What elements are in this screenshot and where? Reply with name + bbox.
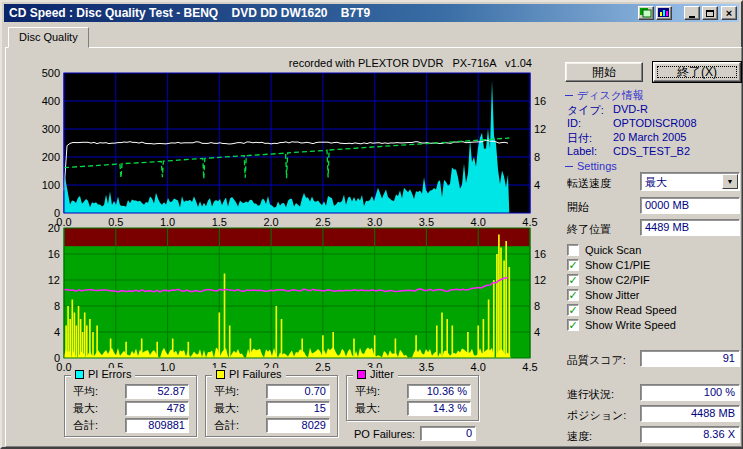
max-label: 最大: (214, 401, 239, 416)
checkbox-label: Show Write Speed (585, 319, 676, 331)
window-title: CD Speed : Disc Quality Test - BENQ DVD … (9, 6, 638, 20)
maximize-button[interactable] (702, 6, 718, 20)
tick-label: 2.5 (315, 361, 330, 373)
settings-header: Settings (565, 160, 617, 172)
tick-label: 12 (534, 123, 546, 135)
tick-label: 1.0 (160, 361, 175, 373)
pi-errors-chart: 50040030020010001612840.00.51.01.52.02.5… (20, 58, 550, 230)
jitter-title: Jitter (370, 368, 394, 380)
checkbox-show-read-speed[interactable]: ✓Show Read Speed (567, 304, 677, 316)
checkbox-box[interactable]: ✓ (567, 289, 579, 301)
app-window: CD Speed : Disc Quality Test - BENQ DVD … (0, 0, 743, 449)
quality-score-label: 品質スコア: (567, 353, 626, 368)
checkbox-label: Show Read Speed (585, 304, 677, 316)
avg-label: 平均: (73, 384, 98, 399)
speed-label: 速度: (567, 429, 592, 444)
disc-id-label: ID: (567, 117, 581, 129)
save-graph-button[interactable] (656, 6, 672, 20)
tick-label: 12 (534, 274, 546, 286)
chart-icon (658, 8, 670, 18)
avg-value: 52.87 (125, 384, 189, 399)
jitter-legend: Jitter (353, 368, 398, 380)
pi-failures-jitter-chart: 2016128401612840.00.51.01.52.02.53.03.54… (20, 221, 550, 376)
checkbox-box[interactable]: ✓ (567, 304, 579, 316)
dropdown-button[interactable]: ▼ (722, 174, 738, 189)
checkbox-label: Show Jitter (585, 289, 639, 301)
tick-label: 20 (48, 222, 60, 234)
checkbox-list: Quick Scan✓Show C1/PIE✓Show C2/PIF✓Show … (567, 244, 677, 331)
jitter-swatch (357, 370, 366, 379)
exit-button[interactable]: 終了(X) (653, 62, 741, 82)
avg-value: 0.70 (266, 384, 330, 399)
disc-type-value: DVD-R (613, 103, 648, 115)
avg-label: 平均: (355, 384, 380, 399)
close-button[interactable]: × (721, 6, 737, 20)
pi-failures-statbox: PI Failures 平均:0.70 最大:15 合計:8029 (205, 375, 338, 437)
checkbox-box[interactable] (567, 244, 579, 256)
tick-label: 400 (42, 95, 60, 107)
total-value: 8029 (266, 418, 330, 433)
tick-label: 4 (534, 179, 540, 191)
pages-icon (640, 8, 652, 18)
minimize-button[interactable] (684, 6, 700, 20)
disc-date-value: 20 March 2005 (613, 131, 686, 143)
start-position-field[interactable]: 0000 MB (640, 197, 740, 214)
speed-value: 8.36 X (640, 426, 740, 443)
checkbox-show-c2-pif[interactable]: ✓Show C2/PIF (567, 274, 677, 286)
maximize-icon (706, 10, 714, 17)
minimize-icon (689, 16, 695, 18)
tick-label: 300 (42, 123, 60, 135)
tick-label: 8 (54, 300, 60, 312)
tick-label: 4.0 (471, 361, 486, 373)
checkbox-show-c1-pie[interactable]: ✓Show C1/PIE (567, 259, 677, 271)
progress-value: 100 % (640, 384, 740, 401)
checkbox-quick-scan[interactable]: Quick Scan (567, 244, 677, 256)
max-value: 478 (125, 401, 189, 416)
pi-failures-swatch (216, 370, 225, 379)
disc-info-title: ディスク情報 (577, 88, 644, 103)
quality-score-value: 91 (640, 350, 740, 367)
transfer-speed-select[interactable]: 最大 ▼ (640, 172, 740, 191)
checkbox-box[interactable]: ✓ (567, 319, 579, 331)
separator-dash (565, 166, 573, 167)
disc-type-label: タイプ: (567, 103, 604, 118)
checkbox-box[interactable]: ✓ (567, 274, 579, 286)
tick-label: 4.5 (522, 361, 537, 373)
tab-page: recorded with PLEXTOR DVDR PX-716A v1.04… (5, 47, 742, 447)
checkbox-box[interactable]: ✓ (567, 259, 579, 271)
position-value: 4488 MB (640, 405, 740, 422)
tick-label: 16 (534, 248, 546, 260)
pi-failures-title: PI Failures (229, 368, 282, 380)
pi-errors-statbox: PI Errors 平均:52.87 最大:478 合計:809881 (64, 375, 197, 437)
progress-label: 進行状況: (567, 387, 614, 402)
end-position-field[interactable]: 4489 MB (640, 219, 740, 236)
pi-errors-swatch (75, 370, 84, 379)
tick-label: 16 (534, 95, 546, 107)
tick-label: 200 (42, 151, 60, 163)
tick-label: 8 (534, 300, 540, 312)
copy-graph-button[interactable] (638, 6, 654, 20)
disc-label-value: CDS_TEST_B2 (613, 145, 690, 157)
po-failures-row: PO Failures: 0 (354, 426, 476, 441)
tab-disc-quality[interactable]: Disc Quality (8, 27, 89, 48)
tick-label: 3.5 (419, 361, 434, 373)
pi-failures-legend: PI Failures (212, 368, 286, 380)
transfer-speed-label: 転送速度 (567, 176, 611, 191)
separator-dash (565, 95, 573, 96)
tick-label: 4 (534, 326, 540, 338)
titlebar[interactable]: CD Speed : Disc Quality Test - BENQ DVD … (4, 4, 739, 22)
checkbox-label: Show C1/PIE (585, 259, 650, 271)
checkbox-label: Show C2/PIF (585, 274, 650, 286)
checkbox-show-write-speed[interactable]: ✓Show Write Speed (567, 319, 677, 331)
tick-label: 8 (534, 151, 540, 163)
total-label: 合計: (214, 418, 239, 433)
tick-label: 12 (48, 274, 60, 286)
checkbox-show-jitter[interactable]: ✓Show Jitter (567, 289, 677, 301)
settings-title: Settings (577, 160, 617, 172)
total-label: 合計: (73, 418, 98, 433)
chevron-down-icon: ▼ (727, 178, 734, 185)
disc-id-value: OPTODISCR008 (613, 117, 697, 129)
position-label: ポジション: (567, 408, 626, 423)
tick-label: 0.0 (56, 361, 71, 373)
start-button[interactable]: 開始 (565, 62, 643, 82)
